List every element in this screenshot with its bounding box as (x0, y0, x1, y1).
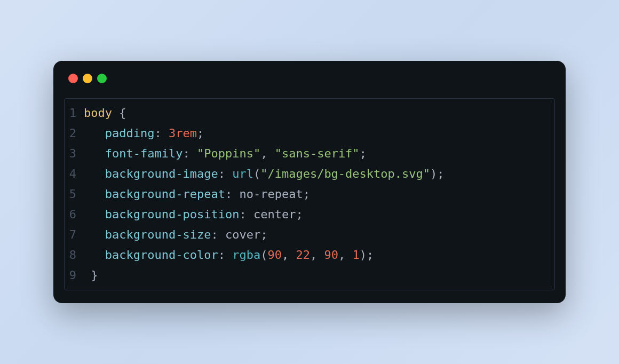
code-token: background-size (105, 228, 211, 241)
window-titlebar (53, 61, 566, 90)
close-icon[interactable] (68, 74, 78, 83)
line-number: 7 (65, 225, 84, 245)
line-number: 2 (65, 123, 84, 144)
code-token (84, 167, 105, 180)
line-number: 1 (65, 103, 84, 123)
code-token: ( (260, 248, 267, 262)
line-content: background-position: center; (84, 204, 303, 225)
code-token: ; (367, 248, 374, 262)
code-editor[interactable]: 1body {2 padding: 3rem;3 font-family: "P… (64, 98, 555, 290)
code-line: 6 background-position: center; (65, 204, 554, 225)
code-token: ; (260, 228, 267, 241)
code-token: 90 (324, 248, 338, 262)
code-token: background-position (105, 208, 240, 221)
code-line: 3 font-family: "Poppins", "sans-serif"; (65, 144, 554, 164)
code-token: ; (303, 187, 310, 201)
code-token (84, 126, 105, 140)
code-line: 4 background-image: url("/images/bg-desk… (65, 164, 554, 184)
code-token: : (218, 167, 233, 180)
code-token: "Poppins" (197, 147, 260, 160)
code-token: "sans-serif" (275, 147, 360, 160)
line-number: 5 (65, 184, 84, 204)
line-number: 8 (65, 245, 84, 265)
code-window: 1body {2 padding: 3rem;3 font-family: "P… (53, 61, 566, 303)
code-token: body (84, 106, 112, 120)
code-line: 5 background-repeat: no-repeat; (65, 184, 554, 204)
line-content: padding: 3rem; (84, 123, 204, 144)
line-number: 3 (65, 144, 84, 164)
code-token: padding (105, 126, 155, 140)
code-token: : (218, 248, 233, 262)
code-token (84, 187, 105, 201)
code-token: , (260, 147, 275, 160)
code-token (112, 106, 119, 120)
code-token: ) (430, 167, 437, 180)
code-token: ; (197, 126, 204, 140)
line-content: background-repeat: no-repeat; (84, 184, 310, 204)
code-token (84, 208, 105, 221)
code-token: , (282, 248, 296, 262)
code-token: background-color (105, 248, 218, 262)
line-number: 4 (65, 164, 84, 184)
minimize-icon[interactable] (83, 74, 92, 83)
line-content: background-size: cover; (84, 225, 267, 245)
code-token: : (225, 187, 240, 201)
code-token (84, 248, 105, 262)
line-content: background-image: url("/images/bg-deskto… (84, 164, 445, 184)
code-token (84, 228, 105, 241)
code-token: , (338, 248, 353, 262)
code-token: 90 (267, 248, 282, 262)
line-content: background-color: rgba(90, 22, 90, 1); (84, 245, 374, 265)
code-token: background-image (105, 167, 218, 180)
code-token: 22 (296, 248, 310, 262)
code-token: : (154, 126, 169, 140)
maximize-icon[interactable] (97, 74, 107, 83)
code-line: 2 padding: 3rem; (65, 123, 554, 144)
code-token (84, 147, 105, 160)
line-content: font-family: "Poppins", "sans-serif"; (84, 144, 367, 164)
code-token: ; (296, 208, 303, 221)
code-token: no-repeat (239, 187, 303, 201)
code-token (84, 268, 91, 282)
code-token: cover (225, 228, 260, 241)
code-token: { (119, 106, 126, 120)
code-token: rgba (232, 248, 260, 262)
code-token: ( (253, 167, 260, 180)
code-token: font-family (105, 147, 183, 160)
code-line: 1body { (65, 103, 554, 123)
code-token: 3rem (169, 126, 197, 140)
code-token: : (182, 147, 197, 160)
code-token: 1 (352, 248, 359, 262)
code-token: } (91, 268, 98, 282)
code-token: ; (360, 147, 367, 160)
code-token: : (211, 228, 225, 241)
code-token: , (310, 248, 324, 262)
code-token: "/images/bg-desktop.svg" (260, 167, 430, 180)
code-token: center (253, 208, 296, 221)
line-number: 9 (65, 265, 84, 286)
line-content: body { (84, 103, 126, 123)
code-token: url (232, 167, 253, 180)
code-token: ) (360, 248, 367, 262)
code-line: 7 background-size: cover; (65, 225, 554, 245)
line-number: 6 (65, 204, 84, 225)
code-line: 8 background-color: rgba(90, 22, 90, 1); (65, 245, 554, 265)
code-line: 9 } (65, 265, 554, 286)
code-token: ; (437, 167, 444, 180)
code-token: background-repeat (105, 187, 225, 201)
line-content: } (84, 265, 98, 286)
code-token: : (239, 208, 253, 221)
